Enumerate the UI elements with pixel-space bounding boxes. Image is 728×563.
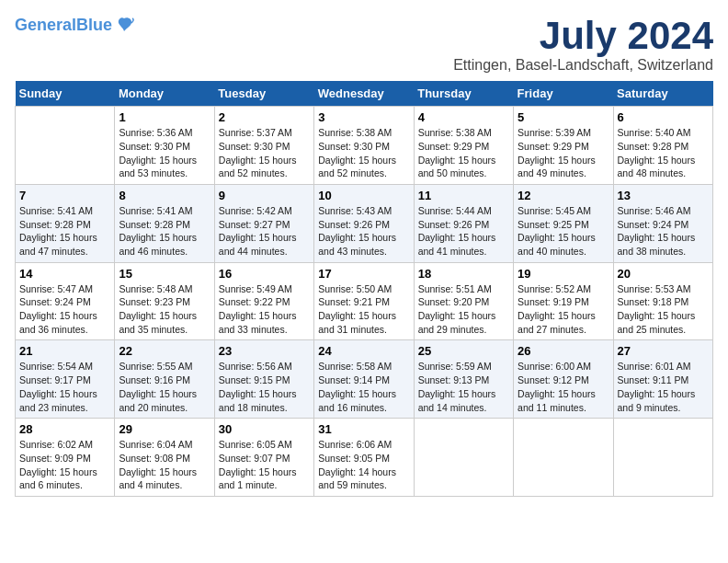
day-number: 12	[518, 189, 609, 202]
calendar-cell: 19Sunrise: 5:52 AM Sunset: 9:19 PM Dayli…	[514, 262, 613, 340]
day-number: 15	[119, 267, 210, 281]
day-number: 19	[518, 267, 609, 281]
day-number: 24	[318, 344, 409, 358]
calendar-week-row: 1Sunrise: 5:36 AM Sunset: 9:30 PM Daylig…	[16, 107, 713, 185]
day-info: Sunrise: 5:38 AM Sunset: 9:29 PM Dayligh…	[418, 126, 509, 180]
calendar-cell: 28Sunrise: 6:02 AM Sunset: 9:09 PM Dayli…	[16, 419, 115, 497]
calendar-table: SundayMondayTuesdayWednesdayThursdayFrid…	[15, 81, 713, 497]
day-number: 3	[318, 110, 409, 124]
day-info: Sunrise: 5:52 AM Sunset: 9:19 PM Dayligh…	[518, 282, 609, 337]
day-number: 2	[219, 110, 310, 124]
calendar-week-row: 28Sunrise: 6:02 AM Sunset: 9:09 PM Dayli…	[16, 419, 713, 497]
calendar-cell: 14Sunrise: 5:47 AM Sunset: 9:24 PM Dayli…	[16, 262, 115, 340]
day-number: 30	[219, 422, 310, 436]
day-info: Sunrise: 5:53 AM Sunset: 9:18 PM Dayligh…	[618, 282, 709, 337]
calendar-cell: 11Sunrise: 5:44 AM Sunset: 9:26 PM Dayli…	[414, 184, 513, 262]
weekday-header-thursday: Thursday	[414, 81, 513, 107]
calendar-cell: 8Sunrise: 5:41 AM Sunset: 9:28 PM Daylig…	[115, 184, 214, 262]
logo-text: GeneralBlue	[15, 17, 112, 33]
title-area: July 2024 Ettingen, Basel-Landschaft, Sw…	[453, 15, 713, 74]
day-number: 4	[418, 110, 509, 124]
calendar-cell: 21Sunrise: 5:54 AM Sunset: 9:17 PM Dayli…	[16, 340, 115, 419]
day-info: Sunrise: 5:42 AM Sunset: 9:27 PM Dayligh…	[219, 204, 310, 259]
day-info: Sunrise: 5:50 AM Sunset: 9:21 PM Dayligh…	[318, 282, 409, 337]
header: GeneralBlue July 2024 Ettingen, Basel-La…	[15, 15, 713, 74]
day-number: 23	[219, 344, 310, 358]
calendar-cell: 5Sunrise: 5:39 AM Sunset: 9:29 PM Daylig…	[514, 107, 613, 185]
day-info: Sunrise: 6:05 AM Sunset: 9:07 PM Dayligh…	[219, 438, 310, 492]
day-info: Sunrise: 5:46 AM Sunset: 9:24 PM Dayligh…	[618, 204, 709, 259]
day-info: Sunrise: 6:06 AM Sunset: 9:05 PM Dayligh…	[318, 438, 409, 492]
day-info: Sunrise: 5:39 AM Sunset: 9:29 PM Dayligh…	[518, 126, 609, 180]
day-info: Sunrise: 5:41 AM Sunset: 9:28 PM Dayligh…	[19, 204, 110, 259]
calendar-cell: 7Sunrise: 5:41 AM Sunset: 9:28 PM Daylig…	[16, 184, 115, 262]
day-number: 29	[119, 422, 210, 436]
calendar-cell: 17Sunrise: 5:50 AM Sunset: 9:21 PM Dayli…	[314, 262, 414, 340]
calendar-cell	[514, 419, 613, 497]
day-info: Sunrise: 5:44 AM Sunset: 9:26 PM Dayligh…	[418, 204, 509, 259]
day-number: 7	[19, 189, 110, 202]
calendar-cell: 9Sunrise: 5:42 AM Sunset: 9:27 PM Daylig…	[214, 184, 313, 262]
day-info: Sunrise: 5:45 AM Sunset: 9:25 PM Dayligh…	[518, 204, 609, 259]
weekday-header-wednesday: Wednesday	[314, 81, 414, 107]
weekday-header-tuesday: Tuesday	[214, 81, 313, 107]
day-info: Sunrise: 5:55 AM Sunset: 9:16 PM Dayligh…	[119, 360, 210, 414]
day-number: 21	[19, 344, 110, 358]
day-number: 22	[119, 344, 210, 358]
day-info: Sunrise: 5:40 AM Sunset: 9:28 PM Dayligh…	[618, 126, 709, 180]
day-number: 10	[318, 189, 409, 202]
day-info: Sunrise: 5:59 AM Sunset: 9:13 PM Dayligh…	[418, 360, 509, 414]
day-number: 14	[19, 267, 110, 281]
day-info: Sunrise: 5:38 AM Sunset: 9:30 PM Dayligh…	[318, 126, 409, 180]
day-number: 9	[219, 189, 310, 202]
calendar-cell: 1Sunrise: 5:36 AM Sunset: 9:30 PM Daylig…	[115, 107, 214, 185]
calendar-cell: 6Sunrise: 5:40 AM Sunset: 9:28 PM Daylig…	[613, 107, 712, 185]
logo-bird-icon	[114, 15, 134, 35]
day-number: 11	[418, 189, 509, 202]
day-info: Sunrise: 5:49 AM Sunset: 9:22 PM Dayligh…	[219, 282, 310, 337]
day-info: Sunrise: 5:51 AM Sunset: 9:20 PM Dayligh…	[418, 282, 509, 337]
calendar-cell: 13Sunrise: 5:46 AM Sunset: 9:24 PM Dayli…	[613, 184, 712, 262]
day-info: Sunrise: 5:36 AM Sunset: 9:30 PM Dayligh…	[119, 126, 210, 180]
calendar-cell: 26Sunrise: 6:00 AM Sunset: 9:12 PM Dayli…	[514, 340, 613, 419]
calendar-cell: 10Sunrise: 5:43 AM Sunset: 9:26 PM Dayli…	[314, 184, 414, 262]
weekday-header-monday: Monday	[115, 81, 214, 107]
weekday-header-saturday: Saturday	[613, 81, 712, 107]
calendar-cell	[613, 419, 712, 497]
calendar-cell: 25Sunrise: 5:59 AM Sunset: 9:13 PM Dayli…	[414, 340, 513, 419]
day-info: Sunrise: 5:56 AM Sunset: 9:15 PM Dayligh…	[219, 360, 310, 414]
calendar-cell: 2Sunrise: 5:37 AM Sunset: 9:30 PM Daylig…	[214, 107, 313, 185]
weekday-header-row: SundayMondayTuesdayWednesdayThursdayFrid…	[16, 81, 713, 107]
subtitle: Ettingen, Basel-Landschaft, Switzerland	[453, 57, 713, 74]
calendar-cell: 31Sunrise: 6:06 AM Sunset: 9:05 PM Dayli…	[314, 419, 414, 497]
day-info: Sunrise: 5:43 AM Sunset: 9:26 PM Dayligh…	[318, 204, 409, 259]
calendar-cell: 12Sunrise: 5:45 AM Sunset: 9:25 PM Dayli…	[514, 184, 613, 262]
calendar-week-row: 14Sunrise: 5:47 AM Sunset: 9:24 PM Dayli…	[16, 262, 713, 340]
calendar-cell	[16, 107, 115, 185]
calendar-cell: 30Sunrise: 6:05 AM Sunset: 9:07 PM Dayli…	[214, 419, 313, 497]
month-title: July 2024	[453, 15, 713, 57]
day-info: Sunrise: 5:54 AM Sunset: 9:17 PM Dayligh…	[19, 360, 110, 414]
day-number: 6	[618, 110, 709, 124]
calendar-cell: 23Sunrise: 5:56 AM Sunset: 9:15 PM Dayli…	[214, 340, 313, 419]
day-number: 25	[418, 344, 509, 358]
day-number: 8	[119, 189, 210, 202]
day-info: Sunrise: 6:00 AM Sunset: 9:12 PM Dayligh…	[518, 360, 609, 414]
day-number: 26	[518, 344, 609, 358]
calendar-cell	[414, 419, 513, 497]
weekday-header-friday: Friday	[514, 81, 613, 107]
calendar-week-row: 21Sunrise: 5:54 AM Sunset: 9:17 PM Dayli…	[16, 340, 713, 419]
calendar-cell: 27Sunrise: 6:01 AM Sunset: 9:11 PM Dayli…	[613, 340, 712, 419]
day-number: 27	[618, 344, 709, 358]
day-info: Sunrise: 6:02 AM Sunset: 9:09 PM Dayligh…	[19, 438, 110, 492]
day-info: Sunrise: 5:48 AM Sunset: 9:23 PM Dayligh…	[119, 282, 210, 337]
day-number: 1	[119, 110, 210, 124]
calendar-cell: 4Sunrise: 5:38 AM Sunset: 9:29 PM Daylig…	[414, 107, 513, 185]
day-number: 13	[618, 189, 709, 202]
day-info: Sunrise: 6:01 AM Sunset: 9:11 PM Dayligh…	[618, 360, 709, 414]
calendar-cell: 22Sunrise: 5:55 AM Sunset: 9:16 PM Dayli…	[115, 340, 214, 419]
calendar-cell: 15Sunrise: 5:48 AM Sunset: 9:23 PM Dayli…	[115, 262, 214, 340]
day-number: 20	[618, 267, 709, 281]
day-number: 17	[318, 267, 409, 281]
day-info: Sunrise: 5:41 AM Sunset: 9:28 PM Dayligh…	[119, 204, 210, 259]
